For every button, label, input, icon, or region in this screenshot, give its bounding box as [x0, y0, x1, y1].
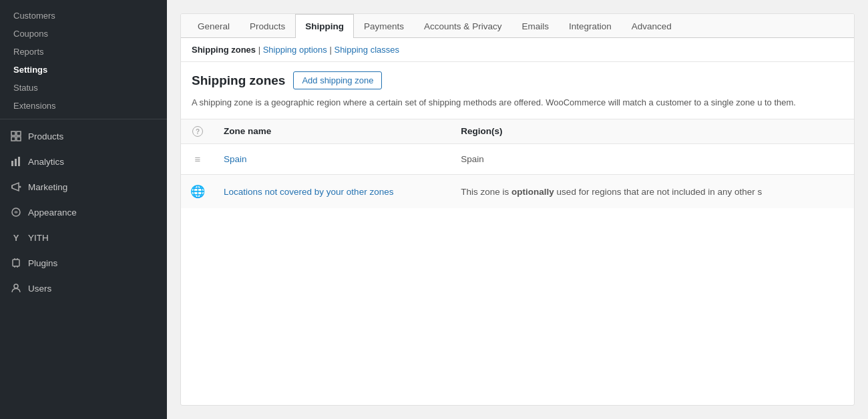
- svg-rect-1: [17, 131, 21, 135]
- tab-products[interactable]: Products: [240, 14, 295, 38]
- plugins-icon: [9, 256, 23, 270]
- products-icon: [9, 129, 23, 143]
- help-icon[interactable]: ?: [192, 126, 203, 137]
- th-help: ?: [181, 119, 214, 144]
- drag-handle-icon[interactable]: ≡: [195, 153, 201, 165]
- sidebar: Customers Coupons Reports Settings Statu…: [0, 0, 167, 419]
- svg-rect-5: [15, 159, 17, 166]
- svg-point-7: [19, 186, 21, 188]
- sidebar-item-users[interactable]: Users: [0, 276, 167, 301]
- svg-rect-2: [11, 137, 15, 141]
- sidebar-item-label: Coupons: [13, 29, 48, 39]
- sidebar-item-coupons[interactable]: Coupons: [0, 25, 167, 43]
- tab-accounts-privacy[interactable]: Accounts & Privacy: [414, 14, 511, 38]
- svg-rect-9: [13, 260, 19, 266]
- zone-region-cell: This zone is optionally used for regions…: [451, 175, 854, 209]
- svg-point-10: [14, 284, 18, 288]
- tab-shipping[interactable]: Shipping: [295, 14, 354, 38]
- globe-icon: 🌐: [190, 185, 205, 198]
- th-regions: Region(s): [451, 119, 854, 144]
- zone-name-cell: Spain: [214, 144, 451, 175]
- appearance-icon: [9, 205, 23, 219]
- sidebar-item-label: Products: [28, 131, 63, 141]
- zone-optionally-text: optionally: [511, 187, 554, 197]
- sidebar-item-label: Settings: [13, 65, 47, 75]
- th-zone-name: Zone name: [214, 119, 451, 144]
- zones-table-wrapper: ? Zone name Region(s) ≡ Spain: [181, 119, 854, 406]
- shipping-subnav: Shipping zones | Shipping options | Ship…: [181, 38, 854, 62]
- svg-rect-3: [17, 137, 21, 141]
- sidebar-item-plugins[interactable]: Plugins: [0, 250, 167, 276]
- tab-general[interactable]: General: [188, 14, 240, 38]
- sidebar-item-reports[interactable]: Reports: [0, 43, 167, 61]
- zone-region-suffix: used for regions that are not included i…: [554, 187, 762, 197]
- sidebar-item-analytics[interactable]: Analytics: [0, 149, 167, 174]
- sidebar-item-marketing[interactable]: Marketing: [0, 174, 167, 199]
- sidebar-item-label: YITH: [28, 233, 49, 243]
- globe-cell: 🌐: [181, 175, 214, 209]
- sidebar-item-customers[interactable]: Customers: [0, 7, 167, 25]
- page-title: Shipping zones: [192, 73, 285, 88]
- settings-tabs: General Products Shipping Payments Accou…: [181, 14, 854, 38]
- table-row: ≡ Spain Spain: [181, 144, 854, 175]
- sidebar-item-label: Status: [13, 83, 38, 93]
- sidebar-item-status[interactable]: Status: [0, 79, 167, 97]
- zone-name-link[interactable]: Spain: [224, 154, 247, 164]
- zone-region-cell: Spain: [451, 144, 854, 175]
- sidebar-item-label: Extensions: [13, 101, 56, 111]
- sidebar-item-label: Reports: [13, 47, 44, 57]
- tab-advanced[interactable]: Advanced: [622, 14, 682, 38]
- page-title-row: Shipping zones Add shipping zone: [181, 62, 854, 96]
- yith-icon: Y: [9, 231, 23, 244]
- zone-region-text: Spain: [461, 154, 484, 164]
- shipping-description: A shipping zone is a geographic region w…: [181, 96, 854, 119]
- zone-name-cell: Locations not covered by your other zone…: [214, 175, 451, 209]
- marketing-icon: [9, 180, 23, 193]
- sidebar-item-yith[interactable]: Y YITH: [0, 225, 167, 250]
- analytics-icon: [9, 155, 23, 168]
- sidebar-item-appearance[interactable]: Appearance: [0, 199, 167, 225]
- subnav-shipping-zones[interactable]: Shipping zones: [192, 45, 256, 55]
- svg-rect-4: [11, 161, 13, 166]
- main-content: General Products Shipping Payments Accou…: [167, 0, 868, 419]
- add-shipping-zone-button[interactable]: Add shipping zone: [293, 71, 382, 89]
- content-area: General Products Shipping Payments Accou…: [180, 13, 855, 406]
- sidebar-item-label: Users: [28, 284, 51, 294]
- subnav-separator-2: |: [329, 45, 331, 55]
- sidebar-item-label: Plugins: [28, 258, 57, 268]
- zone-fallback-link[interactable]: Locations not covered by your other zone…: [224, 187, 393, 197]
- svg-rect-0: [11, 131, 15, 135]
- table-row: 🌐 Locations not covered by your other zo…: [181, 175, 854, 209]
- sidebar-item-settings[interactable]: Settings: [0, 61, 167, 79]
- svg-rect-6: [18, 157, 20, 166]
- sidebar-item-label: Marketing: [28, 182, 67, 192]
- sidebar-item-label: Customers: [13, 11, 55, 21]
- tab-emails[interactable]: Emails: [511, 14, 559, 38]
- zones-table: ? Zone name Region(s) ≡ Spain: [181, 119, 854, 209]
- subnav-shipping-options[interactable]: Shipping options: [263, 45, 327, 55]
- sidebar-item-extensions[interactable]: Extensions: [0, 97, 167, 115]
- subnav-separator-1: |: [258, 45, 263, 55]
- tab-integration[interactable]: Integration: [559, 14, 622, 38]
- sidebar-item-label: Appearance: [28, 207, 77, 218]
- zone-region-prefix: This zone is: [461, 187, 511, 197]
- tab-payments[interactable]: Payments: [354, 14, 414, 38]
- sidebar-divider: [0, 119, 167, 119]
- users-icon: [9, 282, 23, 295]
- sidebar-item-label: Analytics: [28, 157, 64, 167]
- subnav-shipping-classes[interactable]: Shipping classes: [334, 45, 399, 55]
- drag-cell: ≡: [181, 144, 214, 175]
- table-header-row: ? Zone name Region(s): [181, 119, 854, 144]
- sidebar-item-products[interactable]: Products: [0, 123, 167, 149]
